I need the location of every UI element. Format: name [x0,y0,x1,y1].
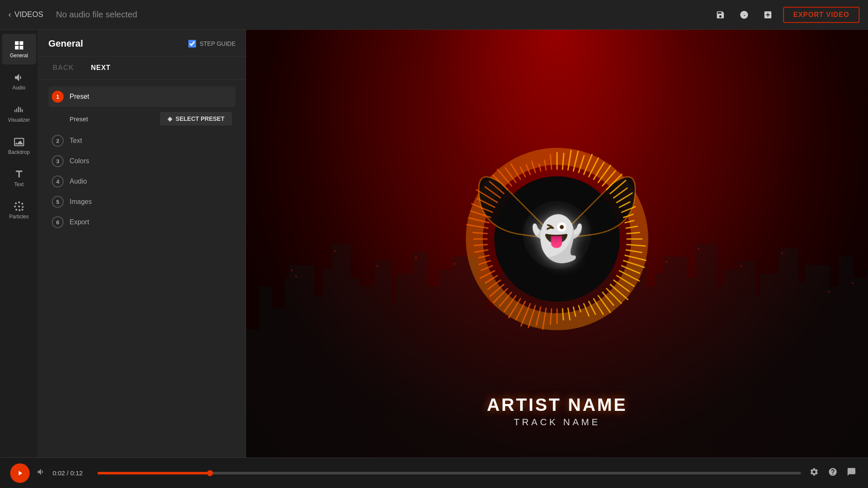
general-icon [14,40,25,51]
topbar-actions: EXPORT VIDEO [712,6,860,23]
step-guide-checkbox[interactable] [188,40,196,47]
panel-title: General [48,38,83,49]
svg-point-2 [21,203,23,204]
back-arrow-icon: ‹ [8,10,11,19]
sidebar: General Audio Visualizer [0,30,38,457]
video-container: 👻 ARTIST NAME TRACK NAME [246,30,868,457]
preset-sub-item: Preset ◈ SELECT PRESET [66,109,235,128]
play-icon [16,469,24,477]
add-icon [763,10,773,20]
sidebar-audio-label: Audio [12,85,25,91]
audio-status: No audio file selected [56,10,137,20]
step-num-6: 6 [52,216,64,228]
svg-point-0 [15,202,17,204]
back-label: VIDEOS [14,10,43,19]
step-num-3: 3 [52,155,64,167]
sidebar-item-backdrop[interactable]: Backdrop [2,131,36,161]
svg-point-7 [18,209,20,211]
step-audio[interactable]: 4 Audio [48,171,235,192]
ghost-icon: 👻 [531,214,584,264]
sidebar-item-audio[interactable]: Audio [2,66,36,97]
sidebar-general-label: General [10,53,28,59]
video-preview: 👻 ARTIST NAME TRACK NAME [246,30,868,457]
back-button[interactable]: ‹ VIDEOS [8,10,43,19]
step-images-label: Images [70,198,92,206]
backdrop-icon [14,137,25,148]
progress-dot [207,470,213,476]
sidebar-text-label: Text [14,181,23,187]
time-display: 0:02 / 0:12 [53,469,91,477]
sidebar-item-visualizer[interactable]: Visualizer [2,98,36,129]
step-num-5: 5 [52,196,64,208]
panel-steps: 1 Preset Preset ◈ SELECT PRESET 2 Text 3… [38,80,246,457]
sidebar-item-general[interactable]: General [2,34,36,64]
audio-icon [14,72,25,83]
history-icon [739,10,749,20]
add-button[interactable] [759,6,776,23]
help-button[interactable] [826,466,839,480]
step-preset[interactable]: 1 Preset [48,86,235,107]
particles-icon [14,201,25,212]
svg-point-1 [18,201,20,203]
preset-sub-label: Preset [70,115,88,123]
play-button[interactable] [10,463,30,483]
step-colors[interactable]: 3 Colors [48,151,235,171]
svg-point-3 [14,206,16,207]
player-right-icons [808,466,858,480]
next-nav-button[interactable]: NEXT [87,61,115,74]
preview-area: 👻 ARTIST NAME TRACK NAME [246,30,868,457]
panel-header: General STEP GUIDE [38,30,246,56]
progress-bar[interactable] [98,472,801,474]
export-video-button[interactable]: EXPORT VIDEO [783,7,860,23]
chat-icon [847,467,856,477]
step-images[interactable]: 5 Images [48,192,235,212]
main-content: General Audio Visualizer [0,30,868,457]
settings-panel: General STEP GUIDE BACK NEXT 1 Preset Pr… [38,30,246,457]
sidebar-visualizer-label: Visualizer [8,117,30,123]
step-guide-label: STEP GUIDE [199,40,235,47]
step-preset-label: Preset [70,93,89,100]
svg-line-117 [563,309,563,320]
back-nav-button[interactable]: BACK [48,61,78,74]
sidebar-item-text[interactable]: Text [2,163,36,193]
step-text[interactable]: 2 Text [48,131,235,151]
help-icon [828,467,837,477]
history-button[interactable] [736,6,753,23]
sidebar-item-particles[interactable]: Particles [2,195,36,226]
progress-fill [98,472,210,474]
visualizer-icon [14,104,25,115]
panel-nav: BACK NEXT [38,56,246,80]
step-audio-label: Audio [70,178,87,185]
text-icon [14,169,25,180]
save-icon [716,10,725,20]
step-guide-toggle[interactable]: STEP GUIDE [188,40,235,47]
select-preset-button[interactable]: ◈ SELECT PRESET [160,112,232,125]
step-num-4: 4 [52,176,64,187]
svg-point-5 [22,206,23,208]
volume-svg-icon [36,467,46,477]
svg-point-8 [21,209,23,210]
step-colors-label: Colors [70,157,89,165]
select-preset-icon: ◈ [168,115,172,122]
step-export[interactable]: 6 Export [48,212,235,232]
track-name: TRACK NAME [487,417,627,428]
volume-icon[interactable] [36,467,46,479]
artist-name: ARTIST NAME [487,395,627,415]
player-bar: 0:02 / 0:12 [0,457,868,488]
settings-button[interactable] [808,466,820,480]
step-num-2: 2 [52,135,64,147]
step-num-1: 1 [52,91,64,103]
svg-point-4 [18,206,20,207]
svg-point-6 [15,209,17,210]
sidebar-particles-label: Particles [9,214,28,220]
topbar: ‹ VIDEOS No audio file selected EXPORT V… [0,0,868,30]
step-export-label: Export [70,218,89,226]
save-button[interactable] [712,6,729,23]
artist-info: ARTIST NAME TRACK NAME [487,395,627,428]
step-text-label: Text [70,137,82,145]
select-preset-label: SELECT PRESET [176,115,224,122]
settings-icon [809,467,819,477]
chat-button[interactable] [845,466,858,480]
sidebar-backdrop-label: Backdrop [8,149,30,155]
